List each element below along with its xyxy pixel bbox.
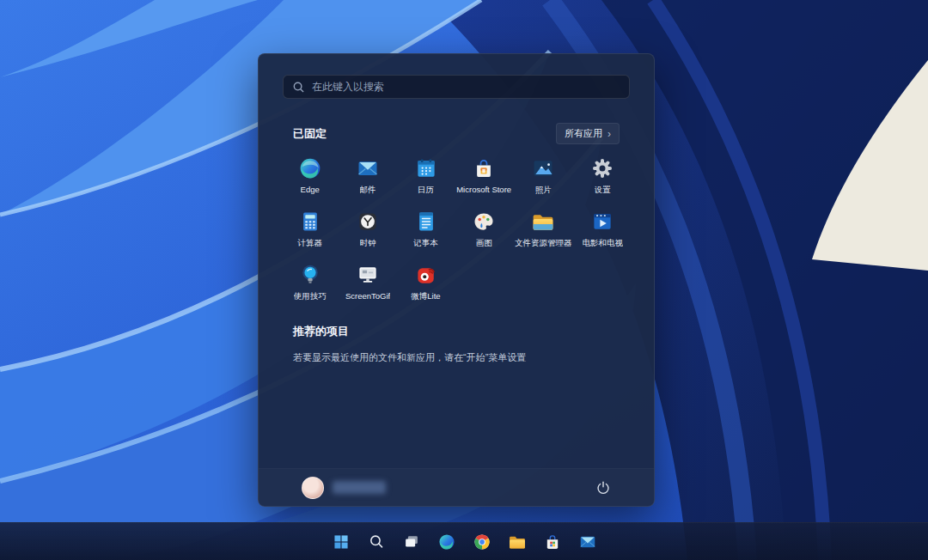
task-view-button[interactable] bbox=[397, 527, 426, 557]
avatar bbox=[302, 477, 324, 499]
file-explorer-icon bbox=[531, 210, 555, 234]
search-icon bbox=[293, 82, 304, 93]
search-placeholder: 在此键入以搜索 bbox=[312, 80, 384, 94]
taskbar-store-button[interactable] bbox=[538, 527, 567, 557]
all-apps-button[interactable]: 所有应用 › bbox=[556, 123, 620, 144]
pinned-app-grid: Edge 邮件 bbox=[281, 149, 632, 306]
app-tile-clock[interactable]: 时钟 bbox=[339, 203, 396, 253]
clock-icon bbox=[356, 210, 380, 234]
app-label: 记事本 bbox=[413, 238, 438, 249]
power-icon bbox=[595, 479, 611, 496]
app-label: 时钟 bbox=[360, 238, 376, 249]
start-menu: 在此键入以搜索 已固定 所有应用 › Edge bbox=[258, 53, 655, 507]
app-label: 微博Lite bbox=[411, 291, 440, 302]
app-tile-microsoft-store[interactable]: Microsoft Store bbox=[455, 149, 513, 199]
app-tile-movies-tv[interactable]: 电影和电视 bbox=[574, 203, 632, 253]
store-icon bbox=[472, 156, 496, 180]
mail-icon bbox=[578, 531, 597, 553]
app-label: 计算器 bbox=[297, 238, 322, 249]
user-name-redacted bbox=[333, 481, 386, 494]
search-input[interactable]: 在此键入以搜索 bbox=[283, 75, 630, 99]
start-icon bbox=[332, 531, 351, 553]
edge-icon bbox=[437, 531, 456, 553]
screentogif-icon bbox=[356, 263, 380, 287]
app-label: 文件资源管理器 bbox=[515, 238, 572, 249]
taskbar-edge-button[interactable] bbox=[432, 527, 461, 557]
start-button[interactable] bbox=[327, 527, 356, 557]
pinned-title: 已固定 bbox=[293, 126, 327, 142]
task-view-icon bbox=[402, 531, 421, 553]
photos-icon bbox=[531, 156, 555, 180]
taskbar-mail-button[interactable] bbox=[573, 527, 602, 557]
paint-icon bbox=[472, 210, 496, 234]
edge-icon bbox=[298, 156, 322, 180]
notepad-icon bbox=[414, 210, 438, 234]
tips-icon bbox=[298, 263, 322, 287]
recommended-section: 推荐的项目 若要显示最近使用的文件和新应用，请在“开始”菜单设置 bbox=[293, 323, 620, 364]
app-label: Microsoft Store bbox=[456, 185, 511, 194]
app-label: Edge bbox=[301, 185, 320, 194]
app-label: 日历 bbox=[418, 185, 434, 196]
recommended-title: 推荐的项目 bbox=[293, 325, 349, 338]
file-explorer-icon bbox=[508, 531, 527, 553]
weibo-lite-icon bbox=[414, 263, 438, 287]
app-tile-screentogif[interactable]: ScreenToGif bbox=[339, 256, 396, 306]
calendar-icon bbox=[414, 156, 438, 180]
taskbar bbox=[0, 522, 928, 560]
app-tile-calculator[interactable]: 计算器 bbox=[281, 203, 339, 253]
taskbar-file-explorer-button[interactable] bbox=[503, 527, 532, 557]
app-tile-settings[interactable]: 设置 bbox=[574, 149, 632, 199]
app-tile-weibo-lite[interactable]: 微博Lite bbox=[397, 256, 455, 306]
calculator-icon bbox=[298, 210, 322, 234]
app-tile-calendar[interactable]: 日历 bbox=[397, 149, 455, 199]
app-label: 设置 bbox=[595, 185, 611, 196]
app-label: 邮件 bbox=[360, 185, 376, 196]
app-tile-paint[interactable]: 画图 bbox=[455, 203, 513, 253]
app-tile-photos[interactable]: 照片 bbox=[513, 149, 574, 199]
search-icon bbox=[367, 531, 386, 553]
power-button[interactable] bbox=[590, 475, 616, 501]
app-tile-notepad[interactable]: 记事本 bbox=[397, 203, 455, 253]
taskbar-search-button[interactable] bbox=[362, 527, 391, 557]
user-profile-button[interactable] bbox=[296, 476, 391, 500]
chevron-right-icon: › bbox=[607, 129, 611, 139]
start-menu-footer bbox=[259, 468, 654, 506]
app-label: ScreenToGif bbox=[345, 291, 390, 301]
app-tile-mail[interactable]: 邮件 bbox=[339, 149, 396, 199]
all-apps-label: 所有应用 bbox=[565, 127, 602, 140]
app-label: 电影和电视 bbox=[583, 238, 624, 249]
app-label: 照片 bbox=[535, 185, 552, 196]
settings-gear-icon bbox=[590, 156, 614, 180]
app-label: 画图 bbox=[476, 238, 492, 249]
taskbar-chrome-button[interactable] bbox=[467, 527, 497, 557]
app-tile-file-explorer[interactable]: 文件资源管理器 bbox=[513, 203, 574, 253]
chrome-icon bbox=[473, 531, 491, 553]
mail-icon bbox=[356, 156, 380, 180]
app-tile-edge[interactable]: Edge bbox=[281, 149, 339, 199]
recommended-empty-text: 若要显示最近使用的文件和新应用，请在“开始”菜单设置 bbox=[293, 351, 620, 364]
app-tile-tips[interactable]: 使用技巧 bbox=[281, 256, 339, 306]
taskbar-icon-group bbox=[327, 527, 602, 557]
desktop: 在此键入以搜索 已固定 所有应用 › Edge bbox=[0, 0, 928, 560]
store-icon bbox=[543, 531, 562, 553]
pinned-header: 已固定 所有应用 › bbox=[293, 123, 620, 144]
app-label: 使用技巧 bbox=[294, 291, 327, 302]
movies-tv-icon bbox=[590, 210, 614, 234]
